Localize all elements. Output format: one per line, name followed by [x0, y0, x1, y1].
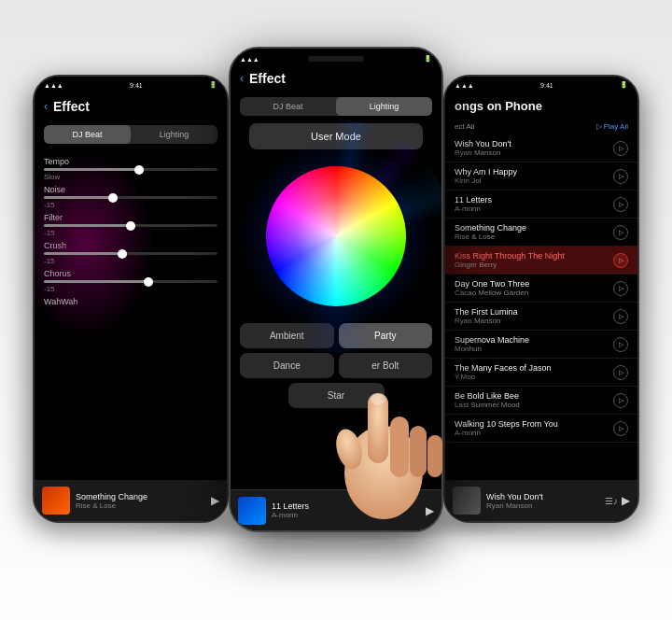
song-info-6: The First Lumina Ryan Manson: [455, 307, 613, 325]
song-artist-8: Y.Moo: [455, 373, 613, 381]
left-tab-djbeat[interactable]: DJ Beat: [44, 125, 131, 144]
song-item-0[interactable]: Wish You Don't Ryan Manson ▷: [445, 134, 637, 162]
song-play-3[interactable]: ▷: [613, 225, 628, 240]
left-signal: ▲▲▲: [44, 82, 63, 89]
song-info-3: Something Change Rise & Lose: [455, 223, 613, 241]
crush-label: Crush: [44, 241, 217, 250]
right-np-queue-icon[interactable]: ☰♪: [605, 496, 618, 506]
left-np-play-icon[interactable]: ▶: [211, 494, 219, 507]
tempo-label: Tempo: [44, 157, 217, 166]
tempo-track[interactable]: [44, 168, 217, 171]
song-item-9[interactable]: Be Bold Like Bee Last Summer Mood ▷: [445, 387, 637, 415]
center-tab-djbeat[interactable]: DJ Beat: [240, 97, 336, 116]
left-back-arrow[interactable]: ‹: [44, 100, 48, 113]
center-np-info: 11 Letters A-monn: [272, 501, 420, 519]
right-now-playing: Wish You Don't Ryan Manson ☰♪ ▶: [445, 480, 637, 521]
left-header-title: Effect: [53, 99, 90, 114]
right-songs-subheader: ect All ▷ Play All: [445, 119, 637, 134]
song-artist-1: Kirin Jol: [455, 176, 613, 185]
song-item-5[interactable]: Day One Two Three Cacao Mellow Garden ▷: [445, 275, 637, 303]
center-tab-lighting[interactable]: Lighting: [336, 97, 432, 116]
song-item-6[interactable]: The First Lumina Ryan Manson ▷: [445, 303, 637, 331]
song-info-4: Kiss Right Through The Night Ginger Berr…: [455, 251, 613, 269]
song-title-3: Something Change: [455, 223, 613, 233]
song-artist-5: Cacao Mellow Garden: [455, 289, 613, 297]
mode-btn-dance[interactable]: Dance: [240, 353, 334, 378]
wahwah-label: WahWah: [44, 297, 217, 306]
song-play-6[interactable]: ▷: [613, 309, 628, 324]
song-title-0: Wish You Don't: [455, 139, 613, 148]
left-tab-lighting[interactable]: Lighting: [131, 125, 217, 144]
left-np-artist: Rise & Lose: [76, 501, 205, 510]
center-np-play-icon[interactable]: ▶: [426, 504, 434, 517]
song-title-8: The Many Faces of Jason: [455, 363, 613, 373]
song-play-10[interactable]: ▷: [613, 421, 628, 436]
song-item-7[interactable]: Supernova Machine Monhun ▷: [445, 331, 637, 359]
center-tab-bar: DJ Beat Lighting: [240, 97, 432, 116]
song-title-2: 11 Letters: [455, 195, 613, 205]
left-now-playing: Something Change Rise & Lose ▶: [35, 480, 227, 521]
right-np-play-icon[interactable]: ▶: [622, 494, 630, 507]
song-artist-9: Last Summer Mood: [455, 401, 613, 409]
song-info-9: Be Bold Like Bee Last Summer Mood: [455, 391, 613, 409]
left-phone-screen: ▲▲▲ 9:41 🔋 ‹ Effect DJ Beat Lighting Tem…: [35, 77, 227, 521]
mode-btn-thunderbolt[interactable]: er Bolt: [339, 353, 433, 378]
song-item-10[interactable]: Walking 10 Steps From You A-monn ▷: [445, 415, 637, 443]
song-play-7[interactable]: ▷: [613, 337, 628, 352]
sliders-section: Tempo Slow Noise -15 Filter -15: [35, 149, 227, 312]
center-back-arrow[interactable]: ‹: [240, 72, 244, 85]
song-item-3[interactable]: Something Change Rise & Lose ▷: [445, 219, 637, 247]
song-play-1[interactable]: ▷: [613, 169, 628, 184]
right-select-all[interactable]: ect All: [455, 122, 474, 131]
left-time: 9:41: [130, 82, 143, 89]
song-play-0[interactable]: ▷: [613, 141, 628, 156]
song-artist-6: Ryan Manson: [455, 317, 613, 325]
chorus-track[interactable]: [44, 280, 217, 283]
song-play-9[interactable]: ▷: [613, 393, 628, 408]
noise-track[interactable]: [44, 196, 217, 199]
crush-track[interactable]: [44, 252, 217, 255]
right-np-artist: Ryan Manson: [486, 501, 599, 510]
chorus-value: -15: [44, 285, 217, 293]
right-status-bar: ▲▲▲ 9:41 🔋: [445, 77, 637, 93]
center-phone: ▲▲▲ 🔋 ‹ Effect DJ Beat Lighting User Mod…: [229, 47, 443, 532]
right-time: 9:41: [540, 82, 553, 89]
right-songs-title: ongs on Phone: [455, 99, 628, 113]
right-np-controls: ☰♪ ▶: [605, 494, 630, 507]
noise-value: -15: [44, 201, 217, 209]
song-artist-0: Ryan Manson: [455, 148, 613, 157]
song-item-2[interactable]: 11 Letters A-monn ▷: [445, 190, 637, 219]
song-play-2[interactable]: ▷: [613, 197, 628, 212]
color-wheel[interactable]: [266, 166, 406, 306]
tempo-value: Slow: [44, 173, 217, 181]
song-title-9: Be Bold Like Bee: [455, 391, 613, 401]
center-status-bar: ▲▲▲ 🔋: [231, 49, 441, 65]
song-item-1[interactable]: Why Am I Happy Kirin Jol ▷: [445, 162, 637, 190]
filter-track[interactable]: [44, 224, 217, 227]
song-info-2: 11 Letters A-monn: [455, 195, 613, 213]
center-now-playing: 11 Letters A-monn ▶: [231, 489, 441, 530]
song-play-4[interactable]: ▷: [613, 253, 628, 268]
center-phone-screen: ▲▲▲ 🔋 ‹ Effect DJ Beat Lighting User Mod…: [231, 49, 441, 530]
song-item-8[interactable]: The Many Faces of Jason Y.Moo ▷: [445, 359, 637, 387]
song-item-4[interactable]: Kiss Right Through The Night Ginger Berr…: [445, 247, 637, 275]
left-tab-bar: DJ Beat Lighting: [44, 125, 217, 144]
song-artist-2: A-monn: [455, 205, 613, 213]
left-np-controls: ▶: [211, 494, 219, 507]
right-song-list: Wish You Don't Ryan Manson ▷ Why Am I Ha…: [445, 134, 637, 443]
mode-btn-star[interactable]: Star: [288, 383, 385, 408]
right-play-all[interactable]: ▷ Play All: [596, 122, 628, 131]
left-np-title: Something Change: [76, 492, 205, 501]
song-play-5[interactable]: ▷: [613, 281, 628, 296]
song-title-4: Kiss Right Through The Night: [455, 251, 613, 261]
song-play-8[interactable]: ▷: [613, 365, 628, 380]
song-info-5: Day One Two Three Cacao Mellow Garden: [455, 279, 613, 297]
left-np-thumb: [42, 487, 70, 515]
color-wheel-section: [257, 157, 415, 316]
center-np-thumb: [238, 497, 266, 525]
right-songs-header: ongs on Phone: [445, 93, 637, 119]
song-info-8: The Many Faces of Jason Y.Moo: [455, 363, 613, 381]
center-battery: 🔋: [424, 55, 432, 63]
left-phone: ▲▲▲ 9:41 🔋 ‹ Effect DJ Beat Lighting Tem…: [33, 75, 229, 523]
right-phone: ▲▲▲ 9:41 🔋 ongs on Phone ect All ▷ Play …: [443, 75, 639, 523]
